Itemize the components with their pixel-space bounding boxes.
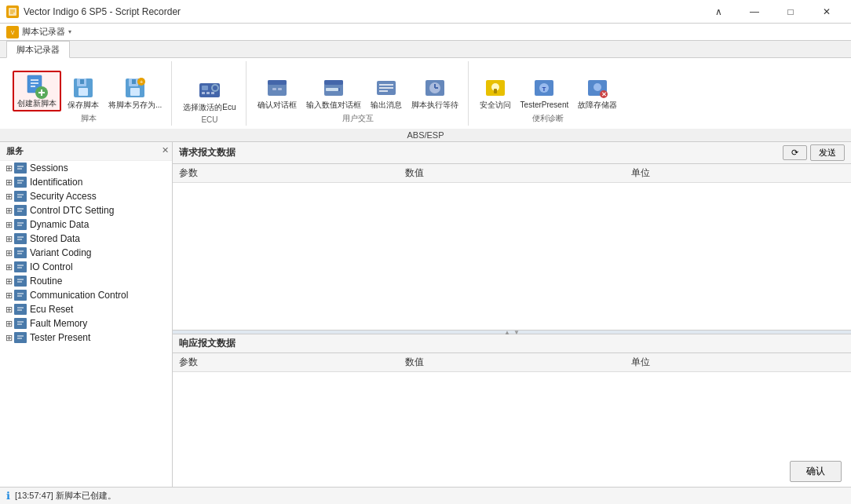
app-logo-icon: V bbox=[6, 26, 19, 38]
save-as-script-button[interactable]: + 将脚本另存为... bbox=[105, 74, 165, 111]
tree-item-label: Variant Coding bbox=[30, 247, 92, 258]
save-as-script-icon: + bbox=[122, 75, 148, 100]
svg-rect-69 bbox=[16, 221, 25, 228]
svg-rect-87 bbox=[16, 305, 25, 313]
tree-item[interactable]: ⊞Variant Coding bbox=[0, 246, 172, 260]
fault-storage-icon: ✕ bbox=[585, 75, 610, 100]
right-panel: 请求报文数据 ⟳ 发送 参数 数值 单位 bbox=[173, 142, 851, 500]
tree-item-icon bbox=[14, 261, 27, 272]
tree-expand-icon[interactable]: ⊞ bbox=[3, 262, 14, 272]
input-dialog-button[interactable]: 输入数值对话框 bbox=[303, 74, 364, 111]
tree-expand-icon[interactable]: ⊞ bbox=[3, 333, 14, 343]
tree-item[interactable]: ⊞Sessions bbox=[0, 161, 172, 175]
svg-rect-60 bbox=[16, 178, 25, 186]
response-table: 参数 数值 单位 bbox=[173, 353, 851, 372]
ribbon-group-user-interaction: 确认对话框 输入数值对话框 bbox=[248, 61, 469, 126]
tree-expand-icon[interactable]: ⊞ bbox=[3, 206, 14, 216]
request-col-value: 数值 bbox=[399, 164, 625, 183]
tree-expand-icon[interactable]: ⊞ bbox=[3, 290, 14, 301]
title-bar: Vector Indigo 6 SP5 - Script Recorder ∧ … bbox=[0, 0, 851, 24]
svg-rect-25 bbox=[202, 86, 208, 90]
svg-rect-36 bbox=[324, 80, 343, 85]
tree-item[interactable]: ⊞Communication Control bbox=[0, 288, 172, 302]
tree-item-label: IO Control bbox=[30, 261, 73, 272]
collapse-button[interactable]: ∧ bbox=[700, 0, 736, 24]
svg-rect-84 bbox=[16, 291, 25, 299]
refresh-button[interactable]: ⟳ bbox=[783, 145, 807, 160]
tree-expand-icon[interactable]: ⊞ bbox=[3, 248, 14, 258]
tree-item-icon bbox=[14, 290, 27, 301]
tree-expand-icon[interactable]: ⊞ bbox=[3, 234, 14, 244]
quick-access-toolbar: V 脚本记录器 ▾ bbox=[0, 24, 851, 41]
tree-item-label: Ecu Reset bbox=[30, 304, 73, 315]
tree-item-icon bbox=[14, 177, 27, 188]
tree-item[interactable]: ⊞Control DTC Setting bbox=[0, 203, 172, 217]
request-table-area: 参数 数值 单位 bbox=[173, 164, 851, 330]
minimize-button[interactable]: — bbox=[736, 0, 772, 24]
tree-item[interactable]: ⊞Stored Data bbox=[0, 232, 172, 246]
select-ecu-label: 选择激活的Ecu bbox=[183, 103, 236, 112]
svg-rect-28 bbox=[211, 92, 214, 94]
ribbon-tabs: 脚本记录器 bbox=[0, 41, 851, 58]
tree-item[interactable]: ⊞Identification bbox=[0, 175, 172, 189]
fault-storage-button[interactable]: ✕ 故障存储器 bbox=[575, 74, 620, 111]
output-msg-button[interactable]: 输出消息 bbox=[367, 74, 405, 111]
save-script-button[interactable]: 保存脚本 bbox=[64, 74, 102, 111]
tree-item[interactable]: ⊞Routine bbox=[0, 274, 172, 288]
response-table-area: 参数 数值 单位 bbox=[173, 353, 851, 500]
send-button[interactable]: 发送 bbox=[810, 144, 845, 161]
quick-access-chevron[interactable]: ▾ bbox=[68, 28, 71, 35]
svg-text:T: T bbox=[542, 86, 546, 93]
tester-present-button[interactable]: T TesterPresent bbox=[517, 74, 572, 111]
ribbon-content: 创建新脚本 保存脚本 bbox=[0, 58, 851, 129]
tree-expand-icon[interactable]: ⊞ bbox=[3, 276, 14, 287]
tree-expand-icon[interactable]: ⊞ bbox=[3, 192, 14, 202]
svg-rect-26 bbox=[202, 92, 205, 94]
quick-access-label: 脚本记录器 bbox=[22, 26, 65, 38]
tree-item[interactable]: ⊞Tester Present bbox=[0, 331, 172, 345]
tree-expand-icon[interactable]: ⊞ bbox=[3, 177, 14, 188]
close-button[interactable]: ✕ bbox=[809, 0, 845, 24]
create-new-script-button[interactable]: 创建新脚本 bbox=[13, 71, 61, 111]
svg-rect-33 bbox=[272, 88, 276, 90]
svg-text:+: + bbox=[140, 79, 144, 86]
svg-text:V: V bbox=[11, 30, 15, 35]
svg-rect-16 bbox=[79, 88, 88, 96]
abs-esp-label: ABS/ESP bbox=[407, 130, 444, 140]
response-panel: 响应报文数据 参数 数值 单位 bbox=[173, 334, 851, 500]
tree-expand-icon[interactable]: ⊞ bbox=[3, 220, 14, 230]
select-ecu-button[interactable]: 选择激活的Ecu bbox=[180, 76, 239, 114]
close-panel-button[interactable]: ✕ bbox=[162, 145, 169, 155]
tree-item-label: Dynamic Data bbox=[30, 219, 89, 230]
tree-expand-icon[interactable]: ⊞ bbox=[3, 163, 14, 173]
svg-point-54 bbox=[594, 83, 601, 91]
tree-expand-icon[interactable]: ⊞ bbox=[3, 319, 14, 329]
window-title: Vector Indigo 6 SP5 - Script Recorder bbox=[24, 6, 181, 17]
ribbon-group-user-label: 用户交互 bbox=[342, 113, 374, 126]
tree-item[interactable]: ⊞Fault Memory bbox=[0, 316, 172, 331]
tree-item-label: Routine bbox=[30, 276, 62, 287]
svg-rect-32 bbox=[268, 80, 287, 85]
svg-rect-72 bbox=[16, 235, 25, 243]
maximize-button[interactable]: □ bbox=[772, 0, 809, 24]
svg-rect-75 bbox=[16, 249, 25, 257]
request-col-param: 参数 bbox=[173, 164, 399, 183]
tree-item[interactable]: ⊞IO Control bbox=[0, 260, 172, 274]
select-ecu-icon bbox=[197, 78, 222, 103]
svg-rect-37 bbox=[326, 88, 338, 91]
tree-item[interactable]: ⊞Ecu Reset bbox=[0, 302, 172, 316]
confirm-dialog-button[interactable]: 确认对话框 bbox=[254, 74, 300, 111]
app-icon bbox=[6, 5, 19, 18]
ribbon-tab-script[interactable]: 脚本记录器 bbox=[6, 41, 70, 58]
svg-rect-34 bbox=[278, 88, 282, 90]
tree-item[interactable]: ⊞Security Access bbox=[0, 189, 172, 203]
script-wait-button[interactable]: 脚本执行等待 bbox=[408, 74, 462, 111]
confirm-button[interactable]: 确认 bbox=[790, 461, 842, 482]
ribbon-group-script: 创建新脚本 保存脚本 bbox=[6, 61, 172, 126]
abs-esp-bar: ABS/ESP bbox=[0, 129, 851, 142]
tester-present-icon: T bbox=[531, 75, 557, 100]
output-msg-label: 输出消息 bbox=[371, 100, 402, 110]
tree-expand-icon[interactable]: ⊞ bbox=[3, 305, 14, 315]
security-access-button[interactable]: 安全访问 bbox=[477, 74, 514, 111]
tree-item[interactable]: ⊞Dynamic Data bbox=[0, 217, 172, 232]
